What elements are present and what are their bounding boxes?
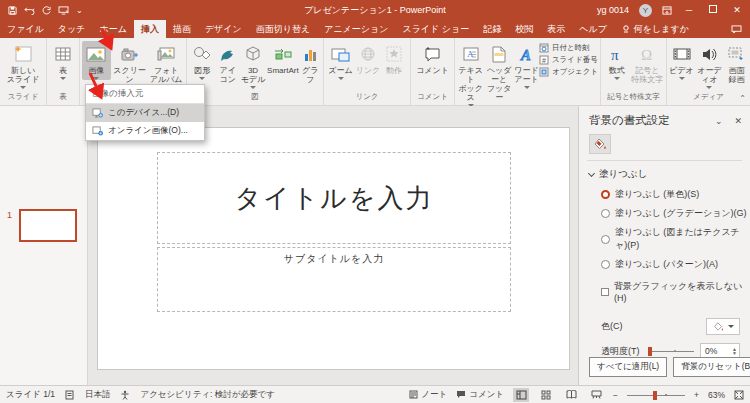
slide-canvas: タイトルを入力 サブタイトルを入力 (88, 106, 578, 385)
new-slide-button[interactable]: 新しい スライド (2, 41, 44, 89)
tab-record[interactable]: 記録 (476, 20, 508, 38)
subtitle-placeholder[interactable]: サブタイトルを入力 (157, 247, 511, 312)
wordart-button[interactable]: A ワード アート (514, 41, 539, 89)
fill-section-header[interactable]: 塗りつぶし (579, 161, 750, 185)
zoom-slider[interactable] (627, 390, 685, 400)
tab-home[interactable]: ホーム (92, 20, 133, 38)
chart-button[interactable]: グラフ (300, 41, 322, 84)
menu-item-online-pictures[interactable]: オンライン画像(O)... (86, 122, 204, 140)
ribbon-display-options-icon[interactable] (662, 6, 672, 15)
tab-draw[interactable]: 描画 (166, 20, 198, 38)
fill-option-gradient[interactable]: 塗りつぶし (グラデーション)(G) (579, 204, 750, 223)
restore-button[interactable] (706, 5, 720, 15)
tab-file[interactable]: ファイル (0, 20, 51, 38)
status-bar: スライド 1/1 日本語 アクセシビリティ: 検討が必要です ノート コメント … (0, 385, 750, 403)
undo-icon[interactable] (24, 6, 35, 15)
menu-item-this-device[interactable]: このデバイス...(D) (86, 104, 204, 122)
button-label: スライド番号 (552, 55, 598, 65)
fill-tab-button[interactable] (589, 134, 611, 154)
slide-counter[interactable]: スライド 1/1 (6, 389, 55, 401)
panel-options-chevron-icon[interactable]: ⌄ (715, 116, 723, 126)
paint-bucket-small-icon (713, 322, 724, 332)
video-button[interactable]: ビデオ (669, 41, 694, 80)
apply-to-all-button[interactable]: すべてに適用(L) (589, 357, 667, 377)
tab-transitions[interactable]: 画面切り替え (249, 20, 317, 38)
fill-option-picture-texture[interactable]: 塗りつぶし (図またはテクスチャ)(P) (579, 223, 750, 255)
section-chevron-icon (588, 170, 595, 177)
notes-label: ノート (421, 389, 447, 401)
tell-me-search[interactable]: 何をしますか (614, 20, 697, 38)
ribbon-group-media: ビデオ オーディオ 画面 録画 メディア ⌃ (667, 38, 750, 105)
hide-background-graphics-checkbox[interactable]: 背景グラフィックを表示しない(H) (579, 274, 750, 306)
header-footer-button[interactable]: ヘッダーと フッター (484, 41, 514, 102)
zoom-percentage[interactable]: 63% (708, 390, 725, 400)
fill-option-pattern[interactable]: 塗りつぶし (パターン)(A) (579, 255, 750, 274)
spinner-arrows-icon[interactable]: ▲▼ (732, 347, 739, 355)
collapse-ribbon-icon[interactable]: ⌃ (739, 94, 746, 103)
slider-thumb[interactable] (648, 347, 652, 356)
tab-view[interactable]: 表示 (540, 20, 572, 38)
comments-toggle[interactable]: コメント (456, 389, 504, 401)
start-slideshow-icon[interactable] (58, 6, 69, 15)
comment-button[interactable]: コメント (415, 41, 451, 75)
icons-button[interactable]: アイ コン (215, 41, 239, 84)
zoom-button[interactable]: ズーム (326, 41, 355, 80)
screen-recording-button[interactable]: 画面 録画 (725, 41, 748, 84)
radio (601, 235, 610, 244)
shapes-button[interactable]: 図形 (189, 41, 215, 80)
zoom-in-button[interactable]: + (694, 390, 699, 400)
account-name[interactable]: yg 0014 (597, 5, 629, 15)
tab-insert[interactable]: 挿入 (134, 20, 166, 38)
audio-button[interactable]: オーディオ (694, 41, 725, 89)
close-button[interactable]: ✕ (730, 5, 744, 15)
slide-thumbnail[interactable] (19, 209, 77, 242)
tab-slideshow[interactable]: スライド ショー (395, 20, 476, 38)
slide[interactable]: タイトルを入力 サブタイトルを入力 (97, 127, 570, 370)
zoom-slider-thumb[interactable] (653, 391, 657, 400)
tab-review[interactable]: 校閲 (508, 20, 540, 38)
accessibility-status[interactable]: アクセシビリティ: 検討が必要です (140, 389, 274, 401)
slideshow-view-button[interactable] (588, 388, 604, 402)
group-label: 表 (47, 91, 79, 105)
smartart-button[interactable]: SmartArt (266, 41, 299, 75)
date-time-button[interactable]: 日付と時刻 (539, 43, 598, 53)
language-indicator[interactable]: 日本語 (85, 389, 111, 401)
spellcheck-icon[interactable] (65, 390, 75, 400)
equation-button[interactable]: π 数式 (603, 41, 631, 80)
normal-view-button[interactable] (513, 388, 529, 402)
notes-toggle[interactable]: ノート (409, 389, 447, 401)
comments-icon[interactable] (731, 25, 742, 34)
tab-help[interactable]: ヘルプ (572, 20, 614, 38)
option-label: 塗りつぶし (パターン)(A) (615, 258, 718, 271)
avatar[interactable]: Y (639, 4, 652, 17)
button-label: ズーム (328, 66, 352, 75)
radio-selected (601, 190, 610, 199)
zoom-slides-icon (331, 43, 350, 65)
fill-option-solid[interactable]: 塗りつぶし (単色)(S) (579, 185, 750, 204)
redo-icon[interactable] (42, 6, 51, 15)
object-button[interactable]: オブジェクト (539, 67, 598, 77)
3d-models-button[interactable]: 3D モデル (240, 41, 266, 89)
text-box-button[interactable]: A テキスト ボックス (457, 41, 484, 107)
tab-animations[interactable]: アニメーション (317, 20, 395, 38)
panel-close-icon[interactable]: ✕ (734, 116, 742, 126)
transparency-slider[interactable] (648, 347, 694, 356)
reset-background-button[interactable]: 背景のリセット(B) (673, 357, 750, 377)
pictures-button[interactable]: 画像 (82, 41, 111, 80)
title-placeholder[interactable]: タイトルを入力 (157, 152, 511, 244)
zoom-out-button[interactable]: − (613, 390, 618, 400)
fit-to-window-icon[interactable] (734, 390, 744, 400)
slide-number-button[interactable]: # スライド番号 (539, 55, 598, 65)
table-button[interactable]: 表 (49, 41, 77, 80)
save-icon[interactable] (8, 6, 17, 15)
tab-design[interactable]: デザイン (198, 20, 249, 38)
reading-view-button[interactable] (563, 388, 579, 402)
slide-sorter-view-button[interactable] (538, 388, 554, 402)
dropdown-caret (728, 325, 734, 328)
minimize-button[interactable]: ─ (682, 5, 696, 15)
color-picker-button[interactable] (706, 318, 740, 335)
group-label: コメント (411, 91, 454, 105)
tab-touch[interactable]: タッチ (51, 20, 93, 38)
photo-album-button[interactable]: フォト アルバム (148, 41, 184, 89)
qat-more-icon[interactable]: ⌄ (76, 6, 83, 15)
